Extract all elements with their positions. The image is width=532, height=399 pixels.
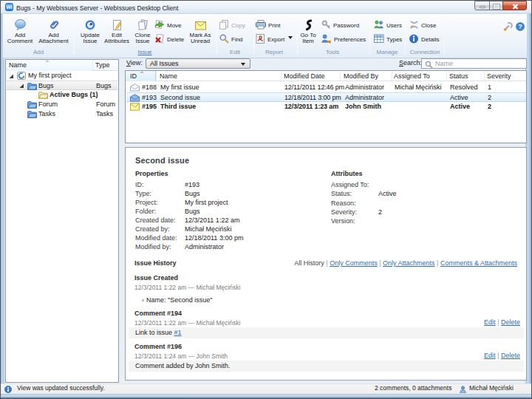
svg-text:?: ? [518,23,522,30]
